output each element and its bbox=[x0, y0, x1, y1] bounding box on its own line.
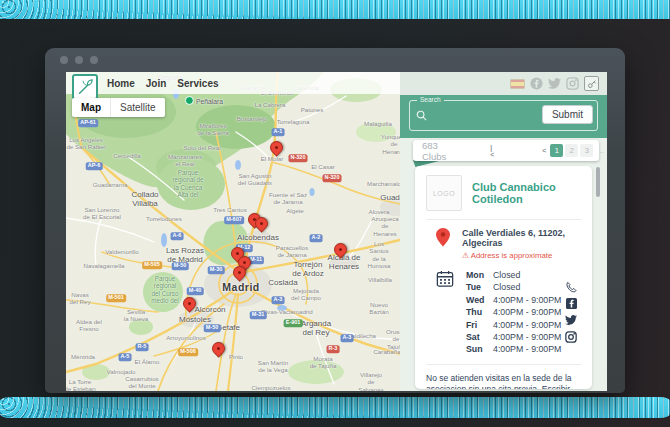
mockup-backdrop: SegoviaRascafríaCanenciaPeñalaraBustarvi… bbox=[0, 0, 670, 427]
window-titlebar bbox=[45, 48, 625, 72]
search-block: Search Submit bbox=[400, 95, 607, 138]
results-count: 683 Clubs bbox=[422, 140, 446, 162]
search-fieldset: Search Submit bbox=[409, 100, 598, 131]
road-badge: M-50 bbox=[204, 324, 221, 332]
club-logo-placeholder: LOGO bbox=[426, 175, 462, 211]
hours-row: TueClosed bbox=[466, 281, 561, 293]
results-bar: 683 Clubs |<<123..69>>| bbox=[413, 140, 599, 161]
browser-window: SegoviaRascafríaCanenciaPeñalaraBustarvi… bbox=[45, 48, 625, 393]
road-badge: AP-6 bbox=[86, 162, 103, 170]
twitter-icon[interactable] bbox=[548, 77, 561, 90]
road-badge: A-6 bbox=[171, 232, 184, 240]
facebook-icon[interactable] bbox=[566, 298, 577, 309]
club-address: Calle Verdiales 6, 11202, Algeciras bbox=[462, 228, 581, 248]
social-strip bbox=[400, 72, 607, 95]
road-badge: E-901 bbox=[284, 319, 303, 327]
road-badge: M-506 bbox=[178, 348, 198, 356]
window-dot[interactable] bbox=[60, 56, 68, 64]
road-badge: R-3 bbox=[327, 345, 340, 353]
hours-row: Fri4:00PM - 9:00PM bbox=[466, 319, 561, 331]
calendar-icon bbox=[436, 270, 454, 288]
instagram-icon[interactable] bbox=[566, 77, 579, 90]
site-logo[interactable] bbox=[72, 74, 98, 100]
road-badge: M-505 bbox=[142, 261, 162, 269]
divider bbox=[426, 364, 581, 365]
road-badge: A-3 bbox=[341, 334, 354, 342]
search-input[interactable] bbox=[432, 106, 542, 126]
results-panel: Search Submit 683 Clubs bbox=[400, 72, 607, 391]
satellite-view-button[interactable]: Satellite bbox=[111, 98, 165, 117]
map-terrain bbox=[66, 72, 400, 391]
road-badge: M-50 bbox=[172, 262, 189, 270]
nav-item-services[interactable]: Services bbox=[177, 78, 218, 89]
road-badge: M-501 bbox=[106, 294, 126, 302]
road-badge: A-5 bbox=[119, 353, 132, 361]
hours-row: Sat4:00PM - 9:00PM bbox=[466, 331, 561, 343]
main-nav: HomeJoinServices bbox=[107, 78, 219, 89]
road-badge: R-5 bbox=[136, 343, 149, 351]
page-button-2[interactable]: 2 bbox=[565, 144, 578, 157]
road-badge: A-1 bbox=[272, 128, 285, 136]
key-login-icon[interactable] bbox=[584, 76, 599, 91]
search-icon bbox=[415, 109, 428, 122]
club-name[interactable]: Club Cannabico Cotiledon bbox=[472, 181, 581, 205]
road-badge: M-607 bbox=[224, 216, 244, 224]
road-badge: A-3 bbox=[272, 296, 285, 304]
road-badge: M-31 bbox=[250, 311, 267, 319]
club-contact-icons bbox=[565, 281, 577, 343]
page-content: SegoviaRascafríaCanenciaPeñalaraBustarvi… bbox=[66, 72, 607, 391]
location-pin-icon bbox=[436, 228, 450, 247]
road-badge: A-2 bbox=[310, 234, 323, 242]
hours-row: Sun4:00PM - 9:00PM bbox=[466, 343, 561, 355]
seedling-logo-icon bbox=[76, 78, 94, 96]
instagram-icon[interactable] bbox=[565, 331, 577, 343]
pager-dots: .. bbox=[595, 144, 607, 157]
road-badge: M-40 bbox=[187, 287, 204, 295]
page-button-1[interactable]: 1 bbox=[550, 144, 563, 157]
page-button-3[interactable]: 3 bbox=[580, 144, 593, 157]
club-card: LOGO Club Cannabico Cotiledon Calle Verd… bbox=[415, 166, 592, 389]
map-type-control: Map Satellite bbox=[72, 98, 165, 117]
club-description: No se atienden visitas en la sede de la … bbox=[426, 373, 581, 389]
nav-item-home[interactable]: Home bbox=[107, 78, 135, 89]
address-approximate-note: ⚠ Address is approximate bbox=[462, 251, 581, 260]
pagination: |<<123..69>>| bbox=[448, 144, 607, 157]
sparkle-band-top bbox=[0, 0, 670, 19]
hours-row: Wed4:00PM - 9:00PM bbox=[466, 294, 561, 306]
opening-hours: MonClosedTueClosedWed4:00PM - 9:00PMThu4… bbox=[426, 269, 581, 356]
warning-icon: ⚠ bbox=[462, 251, 469, 260]
submit-button[interactable]: Submit bbox=[542, 105, 593, 124]
road-badge: M-30 bbox=[208, 266, 225, 274]
window-dot[interactable] bbox=[75, 56, 83, 64]
site-header: HomeJoinServices bbox=[66, 72, 400, 94]
road-badge: N-320 bbox=[289, 154, 308, 162]
hours-table: MonClosedTueClosedWed4:00PM - 9:00PMThu4… bbox=[466, 269, 561, 356]
hours-row: MonClosed bbox=[466, 269, 561, 281]
pager-nav[interactable]: < bbox=[540, 144, 548, 157]
sparkle-band-bottom bbox=[0, 397, 670, 418]
map-view-button[interactable]: Map bbox=[72, 98, 111, 117]
window-dot[interactable] bbox=[90, 56, 98, 64]
hours-row: Thu4:00PM - 9:00PM bbox=[466, 306, 561, 318]
pager-nav[interactable]: |< bbox=[489, 144, 497, 157]
panel-scrollbar[interactable] bbox=[596, 167, 600, 197]
facebook-icon[interactable] bbox=[530, 77, 543, 90]
spain-flag-icon[interactable] bbox=[510, 79, 525, 89]
phone-icon[interactable] bbox=[565, 281, 577, 293]
nav-item-join[interactable]: Join bbox=[146, 78, 167, 89]
divider bbox=[426, 219, 581, 220]
search-legend: Search bbox=[417, 97, 444, 104]
road-badge: N-320 bbox=[323, 174, 342, 182]
road-badge: AP-61 bbox=[78, 119, 98, 127]
map-canvas[interactable]: SegoviaRascafríaCanenciaPeñalaraBustarvi… bbox=[66, 72, 400, 391]
twitter-icon[interactable] bbox=[565, 314, 577, 326]
